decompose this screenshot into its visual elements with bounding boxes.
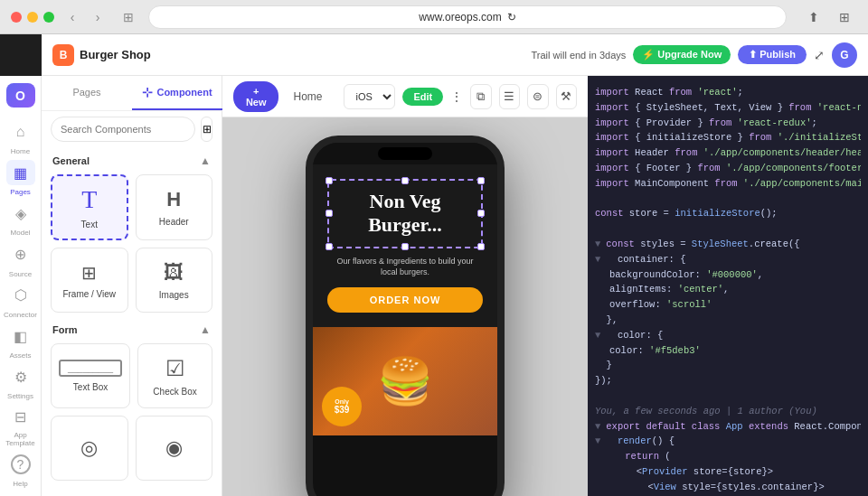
sidebar-label-source: Source <box>9 270 32 278</box>
publish-button[interactable]: ⬆ Publish <box>738 45 807 64</box>
sidebar-item-assets[interactable]: ◧ Assets <box>3 323 39 360</box>
more-options-icon[interactable]: ⋮ <box>450 89 463 104</box>
text-component-icon: T <box>81 185 97 214</box>
maximize-button[interactable] <box>43 12 54 23</box>
handle-br[interactable] <box>477 243 485 250</box>
code-line: ▼ render() { <box>588 434 868 449</box>
component-item-text-box[interactable]: _________ Text Box <box>51 343 130 408</box>
share-button[interactable]: ⬆ <box>801 6 826 28</box>
general-chevron-icon[interactable]: ▲ <box>200 154 211 167</box>
frame-view-component-icon: ⊞ <box>81 262 97 284</box>
sidebar-item-pages[interactable]: ▦ Pages <box>3 160 39 197</box>
url-bar[interactable]: www.oreops.com ↻ <box>148 5 787 29</box>
code-line: import { initializeStore } from './initi… <box>588 130 868 145</box>
component-item-check-box[interactable]: ☑ Check Box <box>137 343 212 408</box>
sidebar-label-connector: Connector <box>4 311 37 319</box>
icon-sidebar: O ⌂ Home ▦ Pages ◈ Model ⊕ Source ⬡ Conn… <box>0 76 42 496</box>
burger-hero: Non VegBurger... Our flavors & Ingredien… <box>313 164 497 327</box>
handle-t[interactable] <box>401 177 409 184</box>
url-text: www.oreops.com <box>419 11 501 23</box>
app-topbar: B Burger Shop Trail will end in 3days ⚡ … <box>42 34 868 76</box>
order-button[interactable]: ORDER NOW <box>327 287 483 313</box>
handle-tr[interactable] <box>477 177 485 184</box>
code-line: overflow: 'scroll' <box>588 297 868 313</box>
code-panel: import React from 'react'; import { Styl… <box>588 76 868 496</box>
component-item-text[interactable]: T Text <box>51 174 128 240</box>
sidebar-item-home[interactable]: ⌂ Home <box>3 118 39 155</box>
home-tab[interactable]: Home <box>286 87 329 107</box>
price-only-label: Only <box>335 398 349 406</box>
tools-icon[interactable]: ⚒ <box>556 84 577 109</box>
handle-bl[interactable] <box>326 243 333 250</box>
header-component-label: Header <box>159 217 189 227</box>
form-chevron-icon[interactable]: ▲ <box>200 323 211 336</box>
app-body: O ⌂ Home ▦ Pages ◈ Model ⊕ Source ⬡ Conn… <box>0 76 868 496</box>
copy-icon[interactable]: ⧉ <box>470 84 491 109</box>
avatar[interactable]: G <box>832 42 857 68</box>
layers-icon[interactable]: ☰ <box>499 84 520 109</box>
sidebar-item-app-template[interactable]: ⊟ AppTemplate <box>3 405 39 448</box>
frame-view-component-label: Frame / View <box>62 289 116 299</box>
traffic-lights <box>11 12 54 23</box>
burger-title: Non VegBurger... <box>338 190 472 238</box>
handle-r[interactable] <box>477 210 485 217</box>
sidebar-label-home: Home <box>11 147 30 155</box>
main-area: + New Home iOS Edit ⋮ ⧉ ☰ ⊜ ⚒ <box>222 76 588 496</box>
tab-view-button[interactable]: ⊞ <box>116 6 141 28</box>
handle-tl[interactable] <box>326 177 333 184</box>
handle-b[interactable] <box>401 243 409 250</box>
tab-component[interactable]: ⊹ Component <box>132 76 222 110</box>
radio-component-icon: ◎ <box>80 436 98 460</box>
component-item-images[interactable]: 🖼 Images <box>136 248 213 313</box>
images-component-label: Images <box>159 290 189 300</box>
code-line: ▼ color: { <box>588 328 868 343</box>
code-line: <View style={styles.container}> <box>588 480 868 495</box>
minimize-button[interactable] <box>27 12 38 23</box>
forward-button[interactable]: › <box>87 6 108 28</box>
code-line: import Header from './app/components/hea… <box>588 145 868 161</box>
text-selection-box[interactable]: Non VegBurger... <box>327 179 483 248</box>
code-line-empty <box>588 221 868 237</box>
code-line: backgroundColor: '#000000', <box>588 267 868 283</box>
text-component-label: Text <box>81 220 98 229</box>
code-line: }); <box>588 373 868 388</box>
tab-pages[interactable]: Pages <box>42 76 132 110</box>
code-line: import MainComponent from './app/compone… <box>588 176 868 192</box>
close-button[interactable] <box>11 12 22 23</box>
sidebar-item-connector[interactable]: ⬡ Connector <box>3 282 39 319</box>
component-item-frame-view[interactable]: ⊞ Frame / View <box>51 248 128 313</box>
price-value: $39 <box>335 405 350 415</box>
code-line: return ( <box>588 449 868 464</box>
trail-text: Trail will end in 3days <box>532 50 627 61</box>
component-item-header[interactable]: H Header <box>136 174 213 240</box>
refresh-icon[interactable]: ↻ <box>507 11 516 23</box>
sidebar-label-help: Help <box>13 480 27 488</box>
code-line: import React from 'react'; <box>588 85 868 100</box>
platform-select[interactable]: iOS <box>344 84 395 109</box>
handle-l[interactable] <box>326 210 333 217</box>
back-button[interactable]: ‹ <box>61 6 83 28</box>
nav-buttons: ‹ › <box>61 6 108 28</box>
sidebar-item-settings[interactable]: ⚙ Settings <box>3 364 39 401</box>
new-button[interactable]: + New <box>233 81 278 112</box>
general-components-grid: T Text H Header ⊞ Frame / View 🖼 Images <box>42 171 222 316</box>
new-tab-button[interactable]: ⊞ <box>832 6 857 28</box>
expand-icon[interactable]: ⤢ <box>814 48 825 62</box>
code-line-empty <box>588 388 868 404</box>
component-item-radio[interactable]: ◎ <box>51 416 128 481</box>
sidebar-item-help[interactable]: ? Help <box>3 452 39 489</box>
grid-view-button[interactable]: ⊞ <box>201 117 212 142</box>
upgrade-button[interactable]: ⚡ Upgrade Now <box>633 45 731 64</box>
browser-actions: ⬆ ⊞ <box>801 6 857 28</box>
edit-button[interactable]: Edit <box>402 88 443 106</box>
left-panel: Pages ⊹ Component ⊞ General ▲ T Text H H… <box>42 76 222 496</box>
sidebar-label-model: Model <box>11 229 31 237</box>
sidebar-item-source[interactable]: ⊕ Source <box>3 241 39 278</box>
extra-components-grid: ◎ ◉ <box>42 412 222 484</box>
component-item-toggle[interactable]: ◉ <box>136 416 213 481</box>
canvas-area[interactable]: Non VegBurger... Our flavors & Ingredien… <box>222 117 588 496</box>
sidebar-item-model[interactable]: ◈ Model <box>3 201 39 238</box>
form-section-header: Form ▲ <box>42 316 222 340</box>
database-icon[interactable]: ⊜ <box>527 84 548 109</box>
search-input[interactable] <box>51 117 195 142</box>
